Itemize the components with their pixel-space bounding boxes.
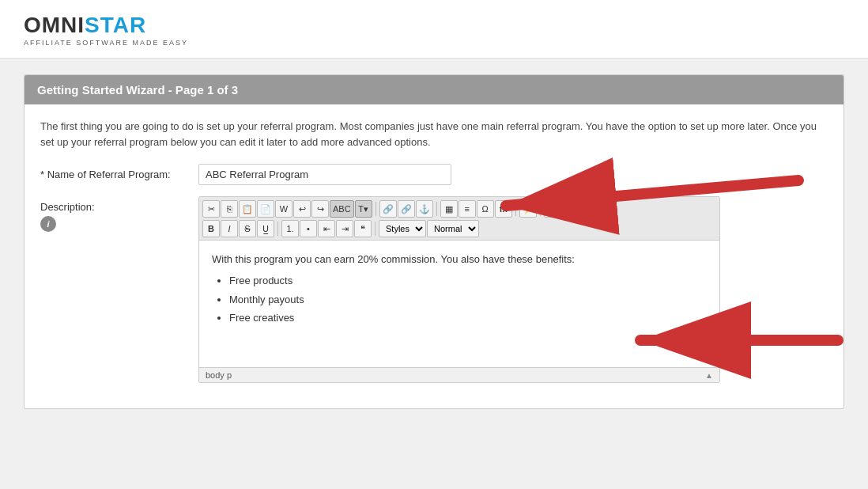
tb-unlink-btn[interactable]: 🔗	[398, 200, 415, 218]
header: OMNISTAR AFFILIATE SOFTWARE MADE EASY	[0, 0, 868, 59]
tb-strike-btn[interactable]: S	[239, 220, 256, 237]
tb-copy-btn[interactable]: ⎘	[221, 200, 238, 218]
logo-omni: OMNI	[24, 13, 85, 37]
tb-indent-btn[interactable]: ⇥	[336, 220, 353, 237]
resize-handle[interactable]: ▲	[705, 371, 713, 380]
list-item-2: Monthly payouts	[229, 292, 707, 309]
logo: OMNISTAR AFFILIATE SOFTWARE MADE EASY	[24, 14, 844, 47]
tb-format-btn[interactable]: T▾	[355, 200, 372, 218]
wizard-box: Getting Started Wizard - Page 1 of 3 The…	[24, 74, 844, 409]
tb-paste-word-btn[interactable]: W	[275, 200, 292, 218]
tb-sep-2	[436, 202, 437, 216]
tb-find-btn[interactable]: ↩	[293, 200, 311, 218]
tb-link-btn[interactable]: 🔗	[379, 200, 397, 218]
name-form-row: * Name of Referral Program:	[40, 164, 828, 185]
toolbar-row-1: ✂ ⎘ 📋 📄 W ↩ ↪ ABC T▾	[202, 200, 716, 218]
tb-ol-btn[interactable]: 1.	[281, 220, 299, 237]
tb-flash-btn[interactable]: ⚡	[519, 200, 537, 218]
tb-formula-btn[interactable]: fx	[495, 200, 512, 218]
toolbar-row-2: B I S U̲ 1. • ⇤ ⇥ ❝	[202, 220, 716, 237]
editor-wrapper: ✂ ⎘ 📋 📄 W ↩ ↪ ABC T▾	[198, 196, 828, 383]
tb-table-btn[interactable]: ▦	[440, 200, 458, 218]
logo-tagline: AFFILIATE SOFTWARE MADE EASY	[24, 39, 844, 47]
tb-sep-4	[540, 202, 541, 216]
name-field-wrapper	[198, 164, 828, 185]
tb-sep-3	[515, 202, 516, 216]
description-label-wrapper: Description: i	[40, 196, 198, 232]
editor-path: body p	[206, 370, 232, 380]
wizard-title: Getting Started Wizard - Page 1 of 3	[37, 83, 238, 97]
description-form-row: Description: i ✂ ⎘ 📋	[40, 196, 828, 383]
tb-bold-btn[interactable]: B	[202, 220, 220, 237]
editor-content[interactable]: With this program you can earn 20% commi…	[199, 241, 719, 367]
tb-sep-6	[375, 222, 376, 236]
logo-text: OMNISTAR	[24, 14, 844, 36]
editor-container: ✂ ⎘ 📋 📄 W ↩ ↪ ABC T▾	[198, 196, 720, 383]
logo-star: STAR	[85, 13, 146, 37]
main-content: Getting Started Wizard - Page 1 of 3 The…	[0, 59, 868, 425]
tb-blockquote-btn[interactable]: ❝	[354, 220, 372, 237]
list-item-1: Free products	[229, 273, 707, 290]
editor-toolbar: ✂ ⎘ 📋 📄 W ↩ ↪ ABC T▾	[199, 197, 719, 241]
tb-paste-text-btn[interactable]: 📄	[257, 200, 274, 218]
wizard-intro: The first thing you are going to do is s…	[40, 119, 828, 150]
italic-icon: I	[228, 224, 230, 233]
list-item-3: Free creatives	[229, 310, 707, 327]
tb-cut-btn[interactable]: ✂	[202, 200, 220, 218]
name-input[interactable]	[198, 164, 451, 185]
bold-icon: B	[208, 224, 214, 233]
name-label: * Name of Referral Program:	[40, 164, 198, 180]
tb-redo-btn[interactable]: ↪	[311, 200, 329, 218]
format-select[interactable]: Normal	[427, 220, 479, 237]
info-icon: i	[40, 216, 56, 232]
tb-sep-5	[277, 222, 278, 236]
tb-align-btn[interactable]: ≡	[459, 200, 476, 218]
tb-anchor-btn[interactable]: ⚓	[416, 200, 433, 218]
source-btn-label: Source	[560, 204, 588, 214]
strike-icon: S	[244, 224, 250, 233]
editor-intro-text: With this program you can earn 20% commi…	[212, 252, 707, 268]
tb-source-btn[interactable]: <> Source	[544, 200, 594, 218]
styles-select[interactable]: Styles	[379, 220, 426, 237]
wizard-header: Getting Started Wizard - Page 1 of 3	[25, 75, 843, 104]
editor-footer: body p ▲	[199, 367, 719, 382]
wizard-body: The first thing you are going to do is s…	[25, 104, 843, 408]
description-label: Description:	[40, 201, 95, 213]
source-btn-icon: <>	[549, 205, 559, 214]
tb-spellcheck-btn[interactable]: ABC	[330, 200, 354, 218]
tb-sep-1	[376, 202, 376, 216]
tb-outdent-btn[interactable]: ⇤	[318, 220, 335, 237]
editor-list: Free products Monthly payouts Free creat…	[212, 273, 707, 327]
tb-italic-btn[interactable]: I	[221, 220, 238, 237]
tb-special-char-btn[interactable]: Ω	[477, 200, 494, 218]
tb-ul-btn[interactable]: •	[300, 220, 317, 237]
tb-paste-btn[interactable]: 📋	[239, 200, 256, 218]
tb-underline-btn[interactable]: U̲	[257, 220, 274, 237]
